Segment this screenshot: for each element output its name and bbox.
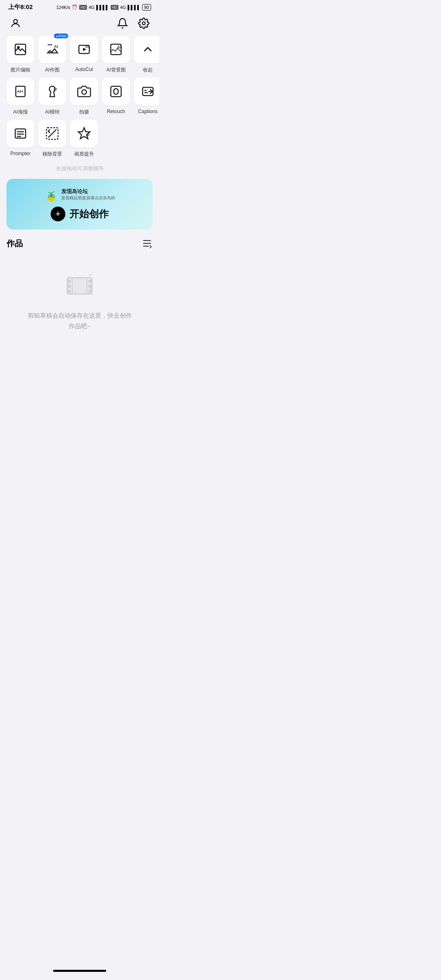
banner-logo: 发现岛论坛 发现精品资源,探索点击加岛屿 xyxy=(44,187,116,202)
tool-icon-box: AI xyxy=(70,36,98,63)
tool-camera[interactable]: 拍摄 xyxy=(70,78,98,116)
status-time: 上午8:02 xyxy=(8,3,33,11)
remove-bg-icon xyxy=(45,127,59,140)
tool-icon-box: AI+ xyxy=(7,78,34,105)
tool-label: 图片编辑 xyxy=(11,67,30,74)
tool-ai-model[interactable]: AI AI模特 xyxy=(38,78,66,116)
user-icon xyxy=(10,18,21,29)
start-create-button[interactable]: + 开始创作 xyxy=(51,207,109,221)
tools-row-2: AI+ AI海报 AI AI模特 拍摄 xyxy=(7,78,153,116)
svg-point-24 xyxy=(47,197,56,201)
tool-label: AI作图 xyxy=(45,67,59,74)
tool-enhance[interactable]: AI 画质提升 xyxy=(70,120,98,158)
tool-collapse[interactable]: 收起 xyxy=(134,36,159,74)
tools-section: 图片编辑 Free AI AI作图 AI AutoCut xyxy=(0,36,159,158)
tool-label: AI模特 xyxy=(45,109,59,116)
bell-icon xyxy=(117,18,128,29)
tools-row-3: Prompter 移除背景 AI 画质提升 xyxy=(7,120,153,158)
hd-icon: HD xyxy=(79,5,87,10)
tool-label: Retouch xyxy=(107,109,125,114)
works-title: 作品 xyxy=(7,238,23,249)
svg-text:AI: AI xyxy=(54,44,58,49)
ai-draw-icon: AI xyxy=(45,42,59,56)
enhance-icon: AI xyxy=(77,127,91,140)
tool-label: 收起 xyxy=(143,67,153,74)
ai-poster-icon: AI+ xyxy=(13,85,27,98)
tool-retouch[interactable]: Retouch xyxy=(102,78,130,116)
island-icon xyxy=(44,187,59,202)
profile-button[interactable] xyxy=(8,16,23,31)
alarm-icon: ⏰ xyxy=(72,4,78,10)
tool-icon-box: AI xyxy=(70,120,98,147)
works-header: 作品 xyxy=(7,238,153,249)
svg-rect-34 xyxy=(89,290,92,293)
empty-text: 剪辑草稿会自动保存在这里，快去创作作品吧~ xyxy=(28,310,132,331)
tool-icon-box xyxy=(70,78,98,105)
tool-icon-box: AI xyxy=(102,36,130,63)
svg-point-3 xyxy=(18,47,19,48)
svg-text:AI: AI xyxy=(86,133,89,137)
signal-bars2: ▌▌▌▌ xyxy=(128,5,140,10)
tool-label: 拍摄 xyxy=(79,109,89,116)
network-speed: 124K/s xyxy=(56,5,70,10)
battery: 90 xyxy=(142,4,151,11)
retouch-icon xyxy=(109,85,123,98)
create-banner[interactable]: 发现岛论坛 发现精品资源,探索点击加岛屿 + 开始创作 xyxy=(7,179,153,229)
header xyxy=(0,13,159,36)
svg-rect-33 xyxy=(89,285,92,288)
tool-icon-box xyxy=(38,120,66,147)
tool-icon-box xyxy=(134,78,159,105)
status-right: 124K/s ⏰ HD 4G ▌▌▌▌ HD 4G ▌▌▌▌ 90 xyxy=(56,4,151,11)
camera-icon xyxy=(77,85,91,98)
banner-btn-text: 开始创作 xyxy=(69,207,109,220)
svg-rect-29 xyxy=(67,280,71,283)
tool-icon-box: Free AI xyxy=(38,36,66,63)
svg-text:AI: AI xyxy=(53,87,57,91)
banner-logo-text-block: 发现岛论坛 发现精品资源,探索点击加岛屿 xyxy=(61,188,116,201)
notification-button[interactable] xyxy=(115,16,130,31)
tool-label: AI背景图 xyxy=(106,67,125,74)
banner-logo-title: 发现岛论坛 xyxy=(61,188,116,195)
svg-rect-31 xyxy=(67,290,71,293)
signal-4g2: 4G xyxy=(120,5,126,10)
tool-prompter[interactable]: Prompter xyxy=(7,120,34,158)
signal-4g: 4G xyxy=(89,5,95,10)
settings-button[interactable] xyxy=(136,16,151,31)
svg-text:AI: AI xyxy=(85,45,89,49)
tool-icon-box xyxy=(7,120,34,147)
tool-remove-bg[interactable]: 移除背景 xyxy=(38,120,66,158)
hd-icon2: HD xyxy=(111,5,118,10)
tool-ai-draw[interactable]: Free AI AI作图 xyxy=(38,36,66,74)
tool-autocut[interactable]: AI AutoCut xyxy=(70,36,98,74)
sort-button[interactable] xyxy=(141,238,153,249)
banner-logo-subtitle: 发现精品资源,探索点击加岛屿 xyxy=(61,195,116,201)
collapse-icon xyxy=(141,42,155,56)
svg-rect-32 xyxy=(89,280,92,283)
signal-bars: ▌▌▌▌ xyxy=(96,5,109,10)
settings-icon xyxy=(138,18,149,29)
tool-icon-box xyxy=(7,36,34,63)
prompter-icon xyxy=(13,127,27,140)
plus-icon: + xyxy=(51,207,65,221)
free-badge: Free xyxy=(54,33,68,38)
tool-captions[interactable]: Captions xyxy=(134,78,159,116)
svg-rect-28 xyxy=(67,278,92,294)
tool-label: AI海报 xyxy=(13,109,27,116)
hint-text: 长按拖动可调整顺序 xyxy=(0,162,159,179)
ai-model-icon: AI xyxy=(45,85,59,98)
tool-label: Captions xyxy=(138,109,157,114)
tool-label: 画质提升 xyxy=(74,151,94,158)
tool-ai-poster[interactable]: AI+ AI海报 xyxy=(7,78,34,116)
empty-state: 剪辑草稿会自动保存在这里，快去创作作品吧~ xyxy=(7,257,153,347)
status-bar: 上午8:02 124K/s ⏰ HD 4G ▌▌▌▌ HD 4G ▌▌▌▌ 90 xyxy=(0,0,159,13)
tool-label: 移除背景 xyxy=(42,151,62,158)
tool-image-edit[interactable]: 图片编辑 xyxy=(7,36,34,74)
sort-edit-icon xyxy=(141,238,153,249)
svg-rect-14 xyxy=(111,86,121,97)
tool-label: Prompter xyxy=(10,151,30,156)
ai-bg-icon: AI xyxy=(109,42,123,56)
svg-text:AI: AI xyxy=(117,45,121,49)
svg-text:AI+: AI+ xyxy=(17,89,24,94)
tool-ai-bg[interactable]: AI AI背景图 xyxy=(102,36,130,74)
svg-rect-30 xyxy=(67,285,71,288)
